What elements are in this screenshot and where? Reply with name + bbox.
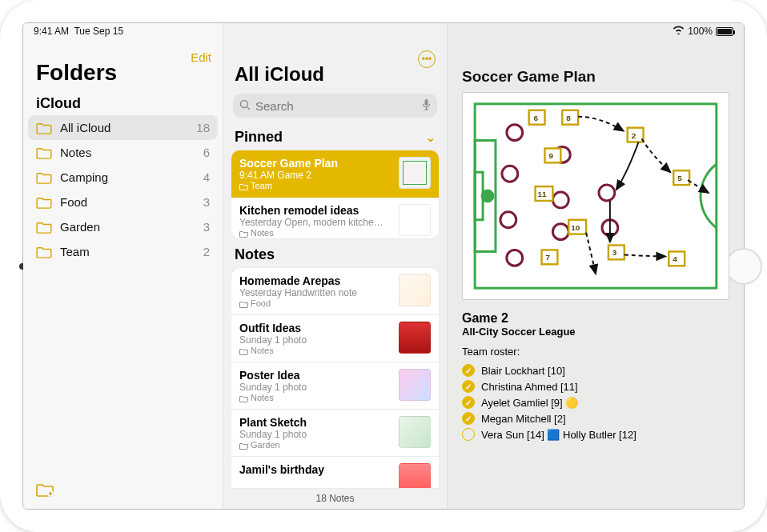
search-field[interactable] [233, 94, 437, 118]
folder-count: 18 [196, 121, 210, 134]
folder-name: Team [60, 245, 195, 258]
folder-count: 3 [203, 220, 210, 234]
home-button[interactable] [725, 248, 762, 285]
svg-text:5: 5 [677, 174, 682, 182]
note-item[interactable]: Kitchen remodel ideasYesterday Open, mod… [231, 198, 439, 238]
folder-row[interactable]: All iCloud18 [28, 115, 218, 140]
note-title: Soccer Game Plan [462, 68, 729, 86]
search-input[interactable] [255, 99, 417, 113]
svg-text:8: 8 [566, 114, 571, 122]
note-item[interactable]: Plant SketchSunday 1 photoGarden [231, 410, 439, 457]
folder-icon [36, 146, 52, 159]
svg-text:2: 2 [632, 131, 636, 140]
svg-point-1 [241, 100, 248, 107]
note-item-thumbnail [399, 416, 431, 448]
folder-name: Camping [60, 170, 195, 184]
wifi-icon [673, 26, 685, 37]
note-subtitle2: All-City Soccer League [462, 326, 729, 338]
note-subtitle: Game 2 [462, 311, 729, 326]
svg-text:11: 11 [538, 190, 548, 198]
note-item-folder: Notes [239, 346, 392, 355]
svg-text:10: 10 [571, 223, 580, 232]
svg-text:4: 4 [673, 254, 677, 263]
note-item[interactable]: Jamil's birthday [231, 457, 439, 488]
folder-name: Garden [60, 220, 195, 234]
folder-count: 6 [203, 146, 210, 159]
checkbox-icon[interactable] [462, 428, 475, 441]
svg-point-9 [500, 212, 516, 228]
status-date: Tue Sep 15 [74, 26, 123, 37]
more-button[interactable]: ••• [418, 50, 436, 68]
svg-point-8 [502, 166, 518, 182]
svg-point-7 [507, 125, 523, 141]
note-item-thumbnail [399, 322, 431, 354]
status-bar: 9:41 AM Tue Sep 15 100% [22, 22, 745, 38]
note-item[interactable]: Soccer Game Plan9:41 AM Game 2Team [231, 150, 439, 198]
note-item-title: Soccer Game Plan [239, 157, 392, 170]
note-item-folder: Notes [239, 228, 392, 238]
checkbox-icon[interactable] [462, 364, 475, 377]
note-item[interactable]: Poster IdeaSunday 1 photoNotes [231, 362, 439, 410]
svg-text:3: 3 [612, 248, 617, 257]
roster-item[interactable]: Christina Ahmed [11] [462, 378, 729, 394]
checkbox-icon[interactable] [462, 412, 475, 425]
checkbox-icon[interactable] [462, 380, 475, 393]
roster-name: Megan Mitchell [2] [481, 413, 566, 425]
note-item-thumbnail [399, 463, 431, 488]
note-item-title: Outfit Ideas [239, 322, 392, 334]
folder-icon [239, 230, 248, 237]
note-item-title: Kitchen remodel ideas [239, 204, 392, 217]
roster-item[interactable]: Vera Sun [14] 🟦 Holly Butler [12] [462, 426, 729, 442]
note-item-title: Poster Idea [239, 369, 392, 382]
folder-icon [36, 171, 52, 184]
note-item-subtitle: Yesterday Open, modern kitche… [239, 217, 392, 228]
svg-text:6: 6 [534, 114, 539, 122]
note-item-title: Plant Sketch [239, 416, 392, 429]
note-item-subtitle: Sunday 1 photo [239, 334, 392, 346]
roster-item[interactable]: Blair Lockhart [10] [462, 362, 729, 378]
note-item-subtitle: 9:41 AM Game 2 [239, 170, 392, 181]
note-item-subtitle: Yesterday Handwritten note [239, 287, 392, 298]
folders-sidebar: Edit Folders iCloud All iCloud18Notes6Ca… [23, 23, 223, 509]
svg-rect-2 [425, 99, 428, 106]
pinned-header: Pinned [235, 129, 283, 146]
note-sketch[interactable]: 6 8 2 9 5 11 10 7 3 4 [462, 92, 729, 300]
mic-icon[interactable] [422, 98, 431, 113]
svg-text:9: 9 [548, 151, 553, 160]
note-item-subtitle: Sunday 1 photo [239, 382, 392, 393]
edit-button[interactable]: Edit [191, 50, 211, 64]
note-item-folder: Notes [239, 393, 392, 402]
folders-section-icloud: iCloud [23, 90, 223, 115]
folder-icon [36, 246, 52, 258]
note-item[interactable]: Homemade ArepasYesterday Handwritten not… [231, 268, 439, 315]
chevron-down-icon[interactable]: ⌄ [426, 131, 436, 144]
folder-row[interactable]: Garden3 [23, 214, 223, 239]
folder-row[interactable]: Team2 [23, 239, 223, 264]
note-item-thumbnail [399, 274, 431, 306]
list-title: All iCloud [223, 47, 447, 90]
new-folder-button[interactable] [36, 484, 54, 500]
note-item-subtitle: Sunday 1 photo [239, 429, 392, 440]
roster-item[interactable]: Ayelet Gamliel [9] 🟡 [462, 394, 729, 410]
folder-icon [239, 442, 248, 449]
search-icon [239, 99, 251, 113]
folder-icon [36, 221, 52, 234]
folder-row[interactable]: Notes6 [23, 140, 223, 165]
checkbox-icon[interactable] [462, 396, 475, 409]
folder-icon [36, 122, 52, 134]
notes-list-column: ••• All iCloud Pinned ⌄ Soccer Game Plan… [223, 23, 448, 509]
note-item[interactable]: Outfit IdeasSunday 1 photoNotes [231, 315, 439, 362]
svg-point-10 [507, 250, 523, 266]
svg-text:7: 7 [545, 253, 550, 262]
folder-row[interactable]: Camping4 [23, 165, 223, 190]
note-item-title: Jamil's birthday [239, 463, 392, 476]
note-item-folder: Garden [239, 440, 392, 450]
folder-row[interactable]: Food3 [23, 190, 223, 214]
svg-point-16 [481, 190, 494, 202]
roster-name: Christina Ahmed [11] [481, 381, 578, 393]
folder-count: 2 [203, 245, 210, 258]
roster-name: Ayelet Gamliel [9] 🟡 [481, 397, 578, 409]
battery-icon [716, 27, 733, 36]
svg-point-12 [552, 192, 568, 208]
roster-item[interactable]: Megan Mitchell [2] [462, 410, 729, 426]
